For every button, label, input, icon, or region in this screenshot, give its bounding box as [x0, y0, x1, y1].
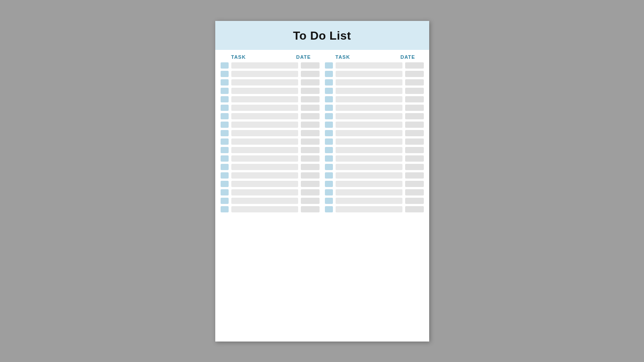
- task-input-bar[interactable]: [336, 113, 402, 119]
- date-input-bar[interactable]: [301, 155, 320, 162]
- date-input-bar[interactable]: [405, 206, 424, 212]
- checkbox[interactable]: [325, 155, 333, 162]
- date-input-bar[interactable]: [301, 88, 320, 94]
- task-input-bar[interactable]: [336, 138, 402, 145]
- task-input-bar[interactable]: [336, 181, 402, 187]
- task-input-bar[interactable]: [336, 155, 402, 162]
- checkbox[interactable]: [221, 71, 229, 77]
- task-input-bar[interactable]: [231, 62, 298, 69]
- date-input-bar[interactable]: [301, 138, 320, 145]
- task-input-bar[interactable]: [336, 79, 402, 85]
- date-input-bar[interactable]: [405, 96, 424, 102]
- task-input-bar[interactable]: [231, 71, 298, 77]
- checkbox[interactable]: [221, 189, 229, 195]
- checkbox[interactable]: [221, 79, 229, 85]
- checkbox[interactable]: [325, 181, 333, 187]
- date-input-bar[interactable]: [405, 164, 424, 170]
- checkbox[interactable]: [325, 88, 333, 94]
- task-input-bar[interactable]: [336, 62, 402, 69]
- date-input-bar[interactable]: [405, 130, 424, 136]
- date-input-bar[interactable]: [405, 147, 424, 153]
- task-input-bar[interactable]: [336, 130, 402, 136]
- date-input-bar[interactable]: [405, 62, 424, 69]
- task-input-bar[interactable]: [336, 164, 402, 170]
- task-input-bar[interactable]: [231, 181, 298, 187]
- checkbox[interactable]: [325, 79, 333, 85]
- date-input-bar[interactable]: [301, 105, 320, 111]
- checkbox[interactable]: [221, 130, 229, 136]
- checkbox[interactable]: [325, 130, 333, 136]
- checkbox[interactable]: [325, 113, 333, 119]
- checkbox[interactable]: [325, 206, 333, 212]
- task-input-bar[interactable]: [231, 113, 298, 119]
- date-input-bar[interactable]: [301, 147, 320, 153]
- checkbox[interactable]: [325, 62, 333, 69]
- task-input-bar[interactable]: [336, 198, 402, 204]
- checkbox[interactable]: [325, 164, 333, 170]
- date-input-bar[interactable]: [301, 113, 320, 119]
- date-input-bar[interactable]: [301, 62, 320, 69]
- checkbox[interactable]: [221, 96, 229, 102]
- date-input-bar[interactable]: [405, 138, 424, 145]
- date-input-bar[interactable]: [405, 105, 424, 111]
- checkbox[interactable]: [325, 189, 333, 195]
- task-input-bar[interactable]: [336, 172, 402, 179]
- checkbox[interactable]: [221, 113, 229, 119]
- checkbox[interactable]: [325, 105, 333, 111]
- task-input-bar[interactable]: [336, 105, 402, 111]
- task-input-bar[interactable]: [231, 96, 298, 102]
- date-input-bar[interactable]: [405, 189, 424, 195]
- task-input-bar[interactable]: [231, 198, 298, 204]
- date-input-bar[interactable]: [301, 198, 320, 204]
- checkbox[interactable]: [221, 147, 229, 153]
- task-input-bar[interactable]: [231, 79, 298, 85]
- date-input-bar[interactable]: [301, 96, 320, 102]
- date-input-bar[interactable]: [301, 181, 320, 187]
- task-input-bar[interactable]: [231, 138, 298, 145]
- checkbox[interactable]: [325, 71, 333, 77]
- date-input-bar[interactable]: [301, 206, 320, 212]
- date-input-bar[interactable]: [301, 122, 320, 128]
- date-input-bar[interactable]: [405, 172, 424, 179]
- task-input-bar[interactable]: [231, 88, 298, 94]
- task-input-bar[interactable]: [231, 155, 298, 162]
- checkbox[interactable]: [221, 105, 229, 111]
- date-input-bar[interactable]: [405, 122, 424, 128]
- task-input-bar[interactable]: [336, 96, 402, 102]
- task-input-bar[interactable]: [231, 172, 298, 179]
- checkbox[interactable]: [221, 206, 229, 212]
- checkbox[interactable]: [325, 96, 333, 102]
- checkbox[interactable]: [325, 138, 333, 145]
- task-input-bar[interactable]: [336, 88, 402, 94]
- checkbox[interactable]: [325, 122, 333, 128]
- checkbox[interactable]: [221, 198, 229, 204]
- task-input-bar[interactable]: [231, 105, 298, 111]
- date-input-bar[interactable]: [301, 79, 320, 85]
- checkbox[interactable]: [221, 181, 229, 187]
- task-input-bar[interactable]: [336, 71, 402, 77]
- date-input-bar[interactable]: [301, 164, 320, 170]
- task-input-bar[interactable]: [336, 206, 402, 212]
- checkbox[interactable]: [221, 155, 229, 162]
- date-input-bar[interactable]: [405, 79, 424, 85]
- date-input-bar[interactable]: [301, 189, 320, 195]
- task-input-bar[interactable]: [231, 189, 298, 195]
- task-input-bar[interactable]: [231, 147, 298, 153]
- date-input-bar[interactable]: [405, 198, 424, 204]
- task-input-bar[interactable]: [336, 122, 402, 128]
- task-input-bar[interactable]: [231, 122, 298, 128]
- checkbox[interactable]: [325, 198, 333, 204]
- checkbox[interactable]: [325, 172, 333, 179]
- checkbox[interactable]: [221, 138, 229, 145]
- checkbox[interactable]: [325, 147, 333, 153]
- date-input-bar[interactable]: [301, 130, 320, 136]
- checkbox[interactable]: [221, 172, 229, 179]
- checkbox[interactable]: [221, 164, 229, 170]
- date-input-bar[interactable]: [405, 71, 424, 77]
- task-input-bar[interactable]: [231, 164, 298, 170]
- task-input-bar[interactable]: [336, 189, 402, 195]
- date-input-bar[interactable]: [301, 172, 320, 179]
- date-input-bar[interactable]: [405, 155, 424, 162]
- date-input-bar[interactable]: [405, 113, 424, 119]
- date-input-bar[interactable]: [405, 181, 424, 187]
